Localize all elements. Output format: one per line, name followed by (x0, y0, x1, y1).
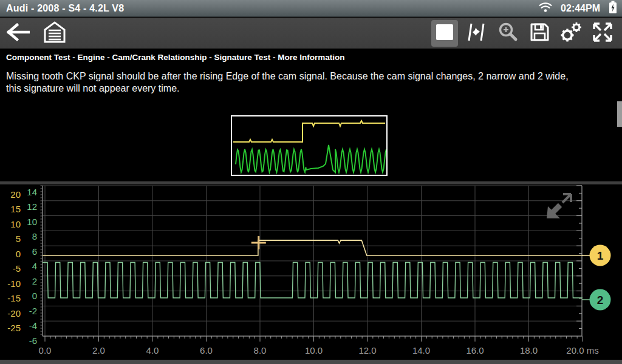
cursors-button[interactable] (463, 20, 490, 47)
battery-charging-icon (609, 1, 617, 16)
expand-chart-icon[interactable] (547, 194, 571, 218)
ch1-tick-label: -20 (7, 308, 21, 318)
save-floppy-icon (529, 22, 550, 45)
ch1-tick-label: 5 (16, 234, 21, 244)
channel-2-number: 2 (597, 294, 604, 306)
x-tick-label: 4.0 (146, 345, 159, 356)
display-mode-button[interactable] (431, 20, 458, 47)
x-tick-label: 12.0 (358, 345, 376, 356)
ch1-tick-label: -5 (13, 263, 21, 274)
vehicle-title: Audi - 2008 - S4 - 4.2L V8 (0, 3, 124, 14)
ch2-tick-label: -2 (29, 306, 37, 316)
ch2-tick-label: 2 (32, 276, 37, 286)
status-bar: Audi - 2008 - S4 - 4.2L V8 02:44PM (0, 0, 622, 17)
ch2-tick-label: -4 (29, 320, 37, 331)
reference-waveform-image (231, 115, 388, 176)
x-tick-label: 8.0 (254, 345, 267, 356)
x-tick-label: 16.0 (466, 345, 484, 356)
thumb-crank-trace (236, 145, 386, 172)
ch2-tick-label: 6 (32, 246, 37, 257)
test-description: Missing tooth CKP signal should be after… (6, 70, 618, 95)
ch1-tick-label: -25 (7, 323, 21, 333)
home-garage-icon (43, 21, 66, 46)
x-tick-label: 14.0 (412, 345, 430, 356)
scope-chart: 0.02.04.06.08.010.012.014.016.018.020.0 … (0, 184, 622, 364)
magnifier-plus-icon (497, 22, 518, 45)
gears-icon (559, 21, 583, 46)
crank-signal-trace (43, 263, 583, 298)
ch2-tick-label: 10 (27, 217, 37, 227)
x-tick-label: 20.0 ms (566, 345, 598, 356)
clock-time: 02:44PM (561, 3, 600, 14)
trigger-marker[interactable] (251, 236, 266, 249)
x-tick-label: 18.0 (520, 345, 538, 356)
right-axis-ticks (576, 186, 582, 329)
ch2-tick-label: -6 (29, 335, 37, 346)
ch1-tick-label: 15 (10, 204, 21, 214)
ch1-tick-label: -10 (7, 278, 21, 289)
ch2-tick-label: 8 (32, 231, 37, 241)
x-tick-label: 6.0 (200, 345, 213, 356)
settings-button[interactable] (558, 20, 584, 47)
ch2-tick-label: 4 (32, 261, 37, 271)
grid-lines (43, 186, 582, 336)
ch1-tick-label: -15 (7, 293, 21, 303)
ch1-tick-label: 0 (16, 249, 21, 259)
wifi-icon (539, 2, 552, 15)
cursors-icon (466, 22, 487, 45)
bottom-bezel (0, 360, 622, 364)
home-button[interactable] (41, 20, 68, 47)
channel-1-badge[interactable]: 1 (590, 245, 611, 266)
back-arrow-icon (7, 23, 30, 44)
breadcrumb: Component Test - Engine - Cam/Crank Rela… (6, 53, 345, 62)
channel-2-badge[interactable]: 2 (590, 289, 611, 311)
x-tick-label: 10.0 (305, 345, 323, 356)
channel-1-number: 1 (597, 249, 604, 262)
ch1-tick-label: 10 (10, 219, 21, 229)
collapse-view-button[interactable] (589, 20, 616, 47)
white-square-icon (435, 23, 454, 44)
toolbar (0, 18, 622, 49)
x-tick-label: 0.0 (39, 345, 52, 356)
collapse-arrows-icon (592, 21, 613, 46)
x-axis-ticks (45, 336, 583, 342)
back-button[interactable] (5, 20, 32, 47)
ch1-tick-label: 20 (10, 189, 21, 200)
zoom-button[interactable] (494, 20, 521, 47)
ch2-tick-label: 0 (32, 291, 37, 301)
save-button[interactable] (526, 20, 553, 47)
x-tick-label: 2.0 (92, 345, 105, 356)
scrollbar-thumb[interactable] (617, 101, 622, 127)
ch2-tick-label: 12 (27, 201, 37, 212)
ch2-tick-label: 14 (27, 187, 37, 197)
cam-signal-trace (43, 240, 583, 255)
thumb-cam-trace (233, 121, 385, 142)
app-screen: Audi - 2008 - S4 - 4.2L V8 02:44PM (0, 0, 622, 364)
